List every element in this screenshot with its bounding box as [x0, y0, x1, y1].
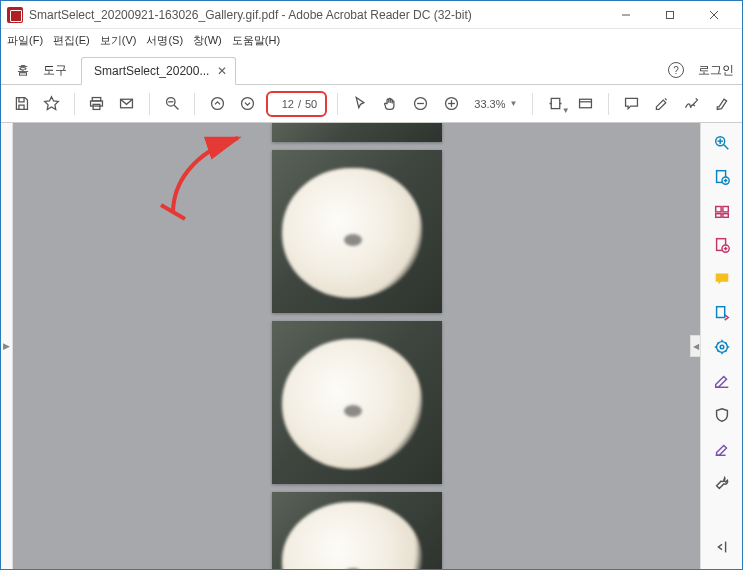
app-icon	[7, 7, 23, 23]
tab-home[interactable]: 홈	[17, 62, 29, 79]
sidebar-collapse-toggle[interactable]: ◀	[690, 335, 700, 357]
svg-rect-5	[91, 101, 103, 106]
combine-icon[interactable]	[710, 199, 734, 223]
redact-icon[interactable]	[710, 369, 734, 393]
minus-icon[interactable]	[409, 91, 433, 117]
pdf-page	[272, 123, 442, 142]
expand-sidebar-icon[interactable]	[710, 535, 734, 559]
help-icon[interactable]: ?	[668, 62, 684, 78]
menu-help[interactable]: 도움말(H)	[232, 33, 280, 48]
fill-sign-icon[interactable]	[710, 437, 734, 461]
svg-line-22	[723, 145, 728, 150]
create-pdf-icon[interactable]	[710, 165, 734, 189]
login-button[interactable]: 로그인	[698, 62, 734, 79]
fit-width-icon[interactable]: ▼	[543, 91, 567, 117]
zoom-out-icon[interactable]	[160, 91, 184, 117]
pdf-page	[272, 321, 442, 484]
current-page[interactable]: 12	[276, 98, 294, 110]
menu-sign[interactable]: 서명(S)	[146, 33, 183, 48]
svg-rect-19	[580, 99, 592, 108]
minimize-button[interactable]	[604, 1, 648, 29]
svg-line-9	[174, 105, 178, 109]
svg-rect-18	[551, 98, 560, 108]
toolbar: 12 / 50 33.3% ▼ ▼	[1, 85, 742, 123]
svg-point-12	[242, 98, 254, 110]
svg-rect-32	[722, 214, 727, 218]
svg-rect-6	[93, 104, 100, 109]
close-tab-icon[interactable]: ✕	[217, 64, 227, 78]
document-tab-label: SmartSelect_20200...	[94, 64, 209, 78]
svg-point-39	[720, 345, 724, 349]
zoom-select[interactable]: 33.3% ▼	[469, 93, 522, 115]
home-tabs: 홈 도구	[9, 56, 75, 84]
save-icon[interactable]	[9, 91, 33, 117]
svg-rect-29	[715, 207, 720, 212]
export-icon[interactable]	[710, 301, 734, 325]
page-down-icon[interactable]	[236, 91, 260, 117]
stamp-icon[interactable]	[710, 91, 734, 117]
comment-tool-icon[interactable]	[710, 267, 734, 291]
page-separator: /	[298, 98, 301, 110]
print-icon[interactable]	[85, 91, 109, 117]
protect-icon[interactable]	[710, 403, 734, 427]
window-controls	[604, 1, 736, 29]
maximize-button[interactable]	[648, 1, 692, 29]
menu-edit[interactable]: 편집(E)	[53, 33, 90, 48]
pdf-page	[272, 492, 442, 569]
document-canvas[interactable]	[13, 123, 700, 569]
organize-icon[interactable]	[710, 335, 734, 359]
total-pages: 50	[305, 98, 317, 110]
star-icon[interactable]	[39, 91, 63, 117]
document-tab[interactable]: SmartSelect_20200... ✕	[81, 57, 236, 85]
more-tools-icon[interactable]	[710, 471, 734, 495]
window-title: SmartSelect_20200921-163026_Gallery.gif.…	[29, 8, 604, 22]
zoom-value: 33.3%	[474, 98, 505, 110]
svg-rect-37	[716, 307, 724, 318]
menu-window[interactable]: 창(W)	[193, 33, 222, 48]
chevron-down-icon: ▼	[510, 99, 518, 108]
app-window: SmartSelect_20200921-163026_Gallery.gif.…	[0, 0, 743, 570]
svg-rect-31	[715, 214, 720, 218]
hand-icon[interactable]	[378, 91, 402, 117]
mail-icon[interactable]	[115, 91, 139, 117]
close-button[interactable]	[692, 1, 736, 29]
tools-sidebar: ◀	[700, 123, 742, 569]
menubar: 파일(F) 편집(E) 보기(V) 서명(S) 창(W) 도움말(H)	[1, 29, 742, 51]
pdf-page	[272, 150, 442, 313]
svg-rect-1	[667, 11, 674, 18]
menu-file[interactable]: 파일(F)	[7, 33, 43, 48]
titlebar: SmartSelect_20200921-163026_Gallery.gif.…	[1, 1, 742, 29]
tab-tools[interactable]: 도구	[43, 62, 67, 79]
read-mode-icon[interactable]	[574, 91, 598, 117]
sign-icon[interactable]	[680, 91, 704, 117]
tabbar: 홈 도구 SmartSelect_20200... ✕ ? 로그인	[1, 51, 742, 85]
content-area: ▶ ◀	[1, 123, 742, 569]
search-plus-icon[interactable]	[710, 131, 734, 155]
red-arrow-annotation	[153, 133, 263, 225]
page-indicator[interactable]: 12 / 50	[266, 91, 327, 117]
nav-pane-toggle[interactable]: ▶	[1, 123, 13, 569]
svg-rect-30	[722, 207, 727, 212]
highlight-icon[interactable]	[649, 91, 673, 117]
pointer-icon[interactable]	[348, 91, 372, 117]
comment-icon[interactable]	[619, 91, 643, 117]
page-up-icon[interactable]	[205, 91, 229, 117]
menu-view[interactable]: 보기(V)	[100, 33, 137, 48]
svg-point-11	[211, 98, 223, 110]
edit-pdf-icon[interactable]	[710, 233, 734, 257]
plus-icon[interactable]	[439, 91, 463, 117]
